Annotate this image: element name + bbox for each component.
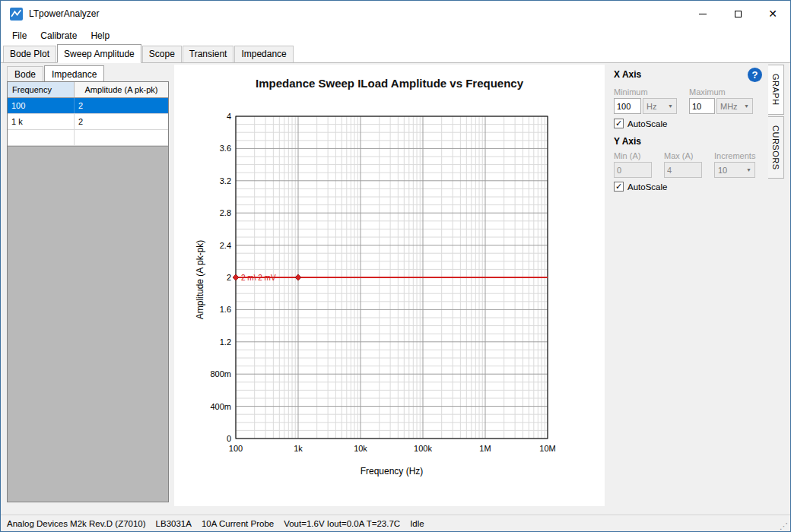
cell-frequency[interactable]: 1 k bbox=[8, 114, 75, 129]
svg-text:4: 4 bbox=[227, 112, 231, 121]
sweep-points-table: Frequency Amplitude (A pk-pk) 100 2 1 k … bbox=[7, 81, 169, 502]
x-min-label: Minimum bbox=[614, 87, 648, 97]
cell-amplitude[interactable]: 2 bbox=[75, 98, 168, 113]
svg-text:10k: 10k bbox=[354, 444, 367, 453]
y-autoscale-label: AutoScale bbox=[627, 182, 667, 192]
sub-tab-strip: Bode Impedance bbox=[7, 65, 105, 82]
checkbox-box-icon bbox=[614, 182, 624, 192]
svg-text:400m: 400m bbox=[210, 402, 231, 411]
window-controls: ✕ bbox=[685, 1, 790, 27]
side-tab-cursors[interactable]: CURSORS bbox=[768, 116, 784, 179]
checkbox-box-icon bbox=[614, 119, 624, 128]
title-bar: LTpowerAnalyzer ✕ bbox=[1, 1, 790, 27]
svg-text:1k: 1k bbox=[294, 444, 303, 453]
svg-text:100k: 100k bbox=[414, 444, 432, 453]
chevron-down-icon: ▼ bbox=[744, 103, 749, 109]
help-icon[interactable]: ? bbox=[748, 68, 762, 82]
y-increments-label: Increments bbox=[714, 151, 755, 160]
column-header-amplitude[interactable]: Amplitude (A pk-pk) bbox=[75, 82, 168, 97]
x-min-unit-value: Hz bbox=[646, 102, 656, 111]
tab-impedance[interactable]: Impedance bbox=[234, 46, 293, 62]
close-button[interactable]: ✕ bbox=[755, 1, 790, 27]
cell-frequency[interactable] bbox=[8, 130, 75, 145]
cell-amplitude[interactable]: 2 bbox=[75, 114, 168, 129]
axis-settings-panel: X Axis ? Minimum Maximum Hz ▼ MHz ▼ Auto… bbox=[609, 68, 767, 265]
app-window: LTpowerAnalyzer ✕ File Calibrate Help Bo… bbox=[0, 0, 791, 532]
main-tab-strip: Bode Plot Sweep Amplitude Scope Transien… bbox=[1, 45, 790, 63]
svg-text:2.8: 2.8 bbox=[220, 208, 231, 217]
minimize-icon bbox=[699, 14, 707, 14]
subtab-impedance[interactable]: Impedance bbox=[44, 65, 104, 82]
chart-panel: Impedance Sweep ILoad Amplitude vs Frequ… bbox=[174, 65, 605, 506]
x-min-input[interactable] bbox=[614, 98, 641, 114]
status-board: LB3031A bbox=[156, 519, 192, 528]
table-row[interactable]: 1 k 2 bbox=[8, 114, 168, 130]
x-max-input[interactable] bbox=[689, 98, 715, 114]
y-increments-value: 10 bbox=[718, 166, 727, 175]
table-row-empty[interactable] bbox=[8, 130, 168, 146]
resize-grip[interactable]: ⋰ bbox=[780, 521, 788, 531]
maximize-icon bbox=[735, 11, 742, 17]
svg-text:2.4: 2.4 bbox=[220, 241, 231, 250]
x-max-unit-value: MHz bbox=[720, 102, 738, 111]
x-autoscale-checkbox[interactable]: AutoScale bbox=[614, 119, 667, 128]
chevron-down-icon: ▼ bbox=[746, 167, 751, 173]
tab-transient[interactable]: Transient bbox=[183, 46, 234, 62]
y-max-label: Max (A) bbox=[664, 151, 694, 160]
svg-text:800m: 800m bbox=[210, 369, 231, 378]
chart-title: Impedance Sweep ILoad Amplitude vs Frequ… bbox=[174, 77, 605, 90]
svg-text:1.6: 1.6 bbox=[220, 305, 231, 314]
table-row[interactable]: 100 2 bbox=[8, 98, 168, 114]
cell-frequency[interactable]: 100 bbox=[8, 98, 75, 113]
y-min-input[interactable] bbox=[614, 162, 652, 178]
side-tab-strip: GRAPH CURSORS bbox=[768, 65, 786, 180]
menu-calibrate[interactable]: Calibrate bbox=[33, 27, 84, 44]
column-header-frequency[interactable]: Frequency bbox=[8, 82, 75, 97]
svg-text:10M: 10M bbox=[539, 444, 555, 453]
minimize-button[interactable] bbox=[685, 1, 720, 27]
cell-amplitude[interactable] bbox=[75, 130, 168, 145]
svg-text:3.2: 3.2 bbox=[220, 176, 231, 185]
status-probe: 10A Current Probe bbox=[202, 519, 274, 528]
subtab-bode[interactable]: Bode bbox=[7, 66, 43, 82]
tab-bode-plot[interactable]: Bode Plot bbox=[3, 46, 56, 62]
svg-text:2: 2 bbox=[227, 273, 231, 282]
x-autoscale-label: AutoScale bbox=[627, 119, 667, 128]
window-title: LTpowerAnalyzer bbox=[29, 8, 99, 19]
x-min-unit-select[interactable]: Hz ▼ bbox=[643, 98, 677, 114]
status-measurements: Vout=1.6V Iout=0.0A T=23.7C bbox=[284, 519, 400, 528]
y-max-input[interactable] bbox=[664, 162, 702, 178]
tab-scope[interactable]: Scope bbox=[142, 46, 182, 62]
x-max-unit-select[interactable]: MHz ▼ bbox=[716, 98, 753, 114]
x-axis-section-title: X Axis bbox=[614, 69, 641, 80]
status-device: Analog Devices M2k Rev.D (Z7010) bbox=[7, 519, 146, 528]
svg-text:3.6: 3.6 bbox=[220, 144, 231, 153]
side-tab-graph[interactable]: GRAPH bbox=[768, 65, 784, 115]
table-header-row: Frequency Amplitude (A pk-pk) bbox=[8, 82, 168, 98]
app-icon bbox=[10, 8, 23, 21]
x-max-label: Maximum bbox=[689, 87, 726, 97]
svg-text:2 m\ 2 mV: 2 m\ 2 mV bbox=[241, 274, 276, 282]
y-axis-section-title: Y Axis bbox=[614, 136, 641, 147]
svg-text:100: 100 bbox=[229, 444, 243, 453]
menu-help[interactable]: Help bbox=[84, 27, 116, 44]
y-autoscale-checkbox[interactable]: AutoScale bbox=[614, 182, 667, 192]
svg-text:0: 0 bbox=[227, 434, 231, 443]
tab-sweep-amplitude[interactable]: Sweep Amplitude bbox=[57, 44, 141, 63]
chevron-down-icon: ▼ bbox=[668, 103, 673, 109]
plot-area: 1001k10k100k1M10M0400m800m1.21.622.42.83… bbox=[192, 107, 569, 469]
y-increments-select[interactable]: 10 ▼ bbox=[714, 162, 755, 178]
status-bar: Analog Devices M2k Rev.D (Z7010) LB3031A… bbox=[1, 515, 790, 531]
menu-file[interactable]: File bbox=[5, 27, 33, 44]
content-area: Bode Impedance Frequency Amplitude (A pk… bbox=[1, 63, 790, 515]
svg-text:1M: 1M bbox=[479, 444, 491, 453]
x-axis-label: Frequency (Hz) bbox=[236, 466, 548, 477]
maximize-button[interactable] bbox=[720, 1, 755, 27]
status-state: Idle bbox=[410, 519, 424, 528]
y-min-label: Min (A) bbox=[614, 151, 640, 160]
menu-bar: File Calibrate Help bbox=[1, 27, 790, 45]
table-empty-area bbox=[8, 146, 168, 502]
svg-text:1.2: 1.2 bbox=[220, 337, 231, 347]
